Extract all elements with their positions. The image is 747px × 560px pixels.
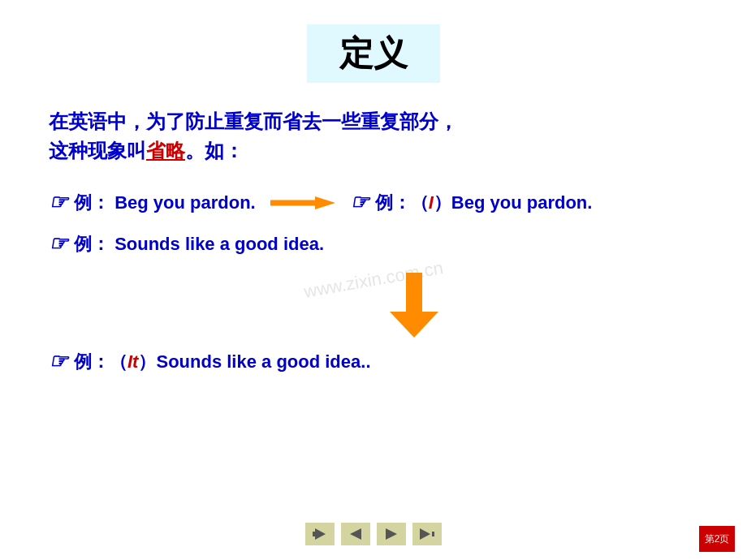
example2-row: ☞ 例： Sounds like a good idea. xyxy=(49,231,698,256)
example1-result-symbol: ☞ xyxy=(350,190,369,215)
nav-next-button[interactable] xyxy=(377,523,406,545)
example1-text: Beg you pardon. xyxy=(114,192,256,213)
right-arrow-icon xyxy=(270,195,335,211)
example1-row: ☞ 例： Beg you pardon. ☞ 例：（I）Beg you pard… xyxy=(49,190,698,215)
svg-marker-1 xyxy=(315,196,335,209)
example3-suffix: ）Sounds like a good idea.. xyxy=(138,350,370,374)
example3-red: It xyxy=(127,351,138,373)
slide: 定义 在英语中，为了防止重复而省去一些重复部分， 这种现象叫省略。如： ☞ 例：… xyxy=(0,0,747,560)
svg-rect-2 xyxy=(406,273,422,313)
intro-paragraph: 在英语中，为了防止重复而省去一些重复部分， 这种现象叫省略。如： xyxy=(49,107,698,166)
down-arrow-icon xyxy=(130,273,698,341)
example2-text: Sounds like a good idea. xyxy=(114,234,324,255)
example1-symbol: ☞ xyxy=(49,190,67,215)
nav-first-button[interactable] xyxy=(305,523,335,545)
intro-line2-prefix: 这种现象叫 xyxy=(49,140,146,162)
svg-marker-3 xyxy=(390,312,438,338)
example1-prefix: 例： xyxy=(74,191,110,215)
nav-prev-button[interactable] xyxy=(341,523,370,545)
intro-underline: 省略 xyxy=(146,140,185,162)
title-container: 定义 xyxy=(32,24,715,83)
svg-marker-6 xyxy=(350,528,361,540)
example2-prefix: 例： xyxy=(74,232,110,256)
svg-rect-4 xyxy=(313,532,315,536)
page-indicator: 第2页 xyxy=(699,526,735,552)
example3-symbol: ☞ xyxy=(49,349,67,374)
svg-rect-9 xyxy=(432,532,434,536)
navigation-bar xyxy=(305,523,442,545)
example3-row: ☞ 例：（It）Sounds like a good idea.. xyxy=(49,349,698,374)
example1-result-prefix: 例：（ xyxy=(375,191,429,215)
example2-symbol: ☞ xyxy=(49,231,67,256)
main-content: 在英语中，为了防止重复而省去一些重复部分， 这种现象叫省略。如： ☞ 例： Be… xyxy=(32,107,715,374)
example1-result-suffix: ）Beg you pardon. xyxy=(434,191,593,215)
down-arrow-container xyxy=(49,273,698,341)
intro-line1: 在英语中，为了防止重复而省去一些重复部分， xyxy=(49,110,458,132)
title-box: 定义 xyxy=(307,24,440,83)
example3-prefix: 例：（ xyxy=(74,350,127,374)
intro-line2-suffix: 。如： xyxy=(185,140,244,162)
svg-marker-8 xyxy=(420,528,430,540)
nav-last-button[interactable] xyxy=(412,523,442,545)
svg-marker-7 xyxy=(386,528,397,540)
svg-marker-5 xyxy=(315,528,326,540)
